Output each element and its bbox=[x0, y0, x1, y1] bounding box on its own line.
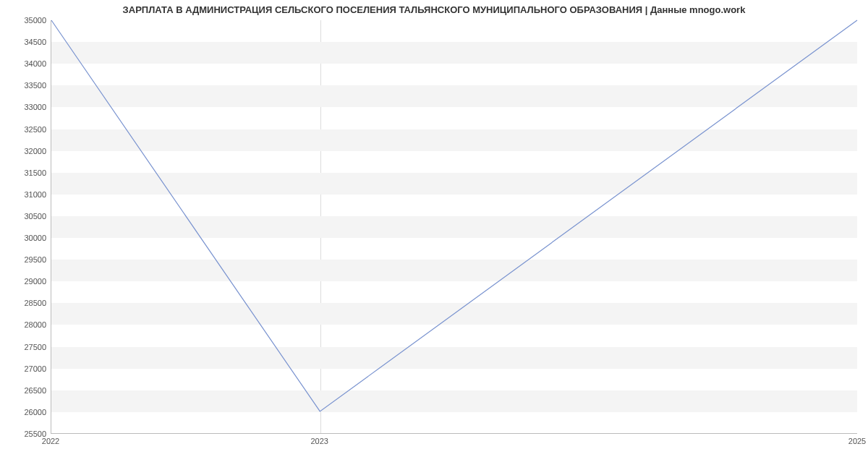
plot-area bbox=[51, 20, 857, 434]
x-tick-label: 2022 bbox=[42, 437, 59, 445]
chart-container: ЗАРПЛАТА В АДМИНИСТРАЦИЯ СЕЛЬСКОГО ПОСЕЛ… bbox=[0, 0, 868, 470]
y-tick-label: 32500 bbox=[3, 125, 46, 134]
y-tick-label: 28000 bbox=[3, 320, 46, 329]
chart-title: ЗАРПЛАТА В АДМИНИСТРАЦИЯ СЕЛЬСКОГО ПОСЕЛ… bbox=[0, 4, 868, 15]
y-tick-label: 30500 bbox=[3, 212, 46, 221]
y-tick-label: 29500 bbox=[3, 255, 46, 264]
y-tick-label: 26000 bbox=[3, 408, 46, 416]
y-tick-label: 33000 bbox=[3, 103, 46, 111]
y-tick-label: 25500 bbox=[3, 430, 46, 438]
y-tick-label: 27000 bbox=[3, 364, 46, 373]
y-tick-label: 27500 bbox=[3, 343, 46, 351]
data-line bbox=[51, 20, 857, 411]
x-tick-label: 2023 bbox=[310, 437, 328, 445]
y-tick-label: 32000 bbox=[3, 147, 46, 155]
y-tick-label: 34000 bbox=[3, 59, 46, 68]
y-tick-label: 30000 bbox=[3, 234, 46, 242]
y-tick-label: 34500 bbox=[3, 38, 46, 46]
y-tick-label: 28500 bbox=[3, 299, 46, 307]
y-tick-label: 29000 bbox=[3, 277, 46, 286]
y-tick-label: 33500 bbox=[3, 81, 46, 90]
y-tick-label: 31500 bbox=[3, 168, 46, 177]
y-tick-label: 31000 bbox=[3, 190, 46, 199]
y-tick-label: 26500 bbox=[3, 386, 46, 395]
y-tick-label: 35000 bbox=[3, 16, 46, 25]
line-series bbox=[51, 20, 857, 433]
x-tick-label: 2025 bbox=[848, 437, 866, 445]
